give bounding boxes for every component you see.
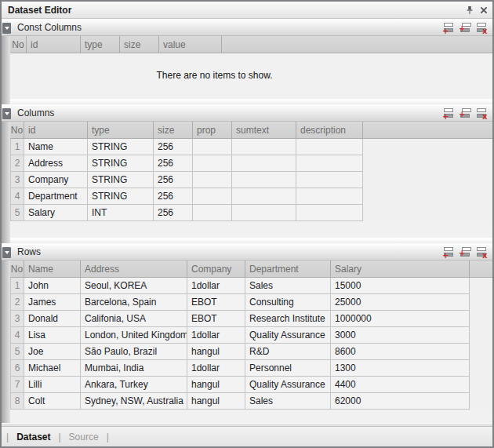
cell[interactable]: Sydney, NSW, Australia: [81, 393, 187, 410]
cell[interactable]: Sales: [245, 278, 331, 294]
cell[interactable]: [193, 188, 232, 205]
column-header-description[interactable]: description: [296, 122, 363, 138]
cell[interactable]: 8600: [331, 344, 470, 360]
cell[interactable]: [232, 172, 296, 188]
cell[interactable]: 1300: [331, 360, 470, 377]
cell[interactable]: [296, 172, 363, 188]
row-number[interactable]: 4: [10, 327, 24, 344]
cell[interactable]: [296, 139, 363, 155]
column-header-size[interactable]: size: [154, 122, 193, 138]
delete-row-button[interactable]: x: [475, 107, 487, 119]
cell[interactable]: Joe: [24, 344, 81, 360]
column-header-prop[interactable]: prop: [193, 122, 232, 138]
column-header-address[interactable]: Address: [81, 260, 187, 277]
cell[interactable]: hangul: [187, 377, 245, 393]
cell[interactable]: Michael: [24, 360, 81, 377]
cell[interactable]: London, United Kingdom: [81, 327, 187, 344]
cell[interactable]: 15000: [331, 278, 470, 294]
cell[interactable]: [296, 205, 363, 221]
cell[interactable]: [232, 188, 296, 205]
cell[interactable]: STRING: [88, 188, 154, 205]
cell[interactable]: Colt: [24, 393, 81, 410]
cell[interactable]: Seoul, KOREA: [81, 278, 187, 294]
cell[interactable]: [232, 139, 296, 155]
cell[interactable]: 1dollar: [187, 360, 245, 377]
cell[interactable]: Personnel: [245, 360, 331, 377]
cell[interactable]: [193, 205, 232, 221]
column-header-size[interactable]: size: [120, 36, 159, 53]
cell[interactable]: [193, 139, 232, 155]
cell[interactable]: EBOT: [187, 294, 245, 311]
cell[interactable]: 3000: [331, 327, 470, 344]
column-header-id[interactable]: id: [27, 36, 81, 53]
add-row-button[interactable]: +: [442, 22, 454, 34]
row-number[interactable]: 1: [10, 278, 24, 294]
column-header-id[interactable]: id: [24, 122, 88, 138]
cell[interactable]: 256: [154, 155, 193, 172]
column-header-no[interactable]: No: [10, 260, 24, 277]
add-row-button[interactable]: +: [442, 246, 454, 258]
column-header-no[interactable]: No: [10, 36, 27, 53]
cell[interactable]: hangul: [187, 344, 245, 360]
cell[interactable]: [296, 155, 363, 172]
cell[interactable]: Sales: [245, 393, 331, 410]
cell[interactable]: 1000000: [331, 311, 470, 327]
column-header-name[interactable]: Name: [24, 260, 81, 277]
insert-row-button[interactable]: +: [459, 22, 470, 34]
cell[interactable]: 256: [154, 188, 193, 205]
row-number[interactable]: 5: [10, 344, 24, 360]
delete-row-button[interactable]: x: [475, 246, 487, 258]
pin-icon[interactable]: [464, 5, 475, 16]
row-number[interactable]: 5: [10, 205, 24, 221]
cell[interactable]: [232, 205, 296, 221]
row-number[interactable]: 6: [10, 360, 24, 377]
delete-row-button[interactable]: x: [475, 22, 487, 34]
column-header-type[interactable]: type: [88, 122, 154, 138]
cell[interactable]: 1dollar: [187, 278, 245, 294]
cell[interactable]: 4400: [331, 377, 470, 393]
add-row-button[interactable]: +: [442, 107, 454, 119]
cell[interactable]: 256: [154, 205, 193, 221]
cell[interactable]: 62000: [331, 393, 470, 410]
cell[interactable]: STRING: [88, 155, 154, 172]
cell[interactable]: [232, 155, 296, 172]
cell[interactable]: Ankara, Turkey: [81, 377, 187, 393]
cell[interactable]: INT: [88, 205, 154, 221]
cell[interactable]: John: [24, 278, 81, 294]
row-number[interactable]: 1: [10, 139, 24, 155]
column-header-value[interactable]: value: [159, 36, 222, 53]
cell[interactable]: Name: [24, 139, 88, 155]
row-number[interactable]: 8: [10, 393, 24, 410]
cell[interactable]: STRING: [88, 139, 154, 155]
cell[interactable]: James: [24, 294, 81, 311]
tab-dataset[interactable]: Dataset: [9, 432, 57, 443]
cell[interactable]: Califonia, USA: [81, 311, 187, 327]
cell[interactable]: Quality Assurance: [245, 327, 331, 344]
cell[interactable]: Quality Assurance: [245, 377, 331, 393]
insert-row-button[interactable]: +: [459, 246, 470, 258]
tab-source[interactable]: Source: [62, 432, 106, 443]
cell[interactable]: Company: [24, 172, 88, 188]
cell[interactable]: Donald: [24, 311, 81, 327]
cell[interactable]: Research Institute: [245, 311, 331, 327]
cell[interactable]: Barcelona, Spain: [81, 294, 187, 311]
column-header-company[interactable]: Company: [187, 260, 245, 277]
cell[interactable]: [193, 172, 232, 188]
collapse-button[interactable]: [2, 108, 11, 119]
cell[interactable]: [296, 188, 363, 205]
column-header-department[interactable]: Department: [245, 260, 331, 277]
cell[interactable]: Department: [24, 188, 88, 205]
cell[interactable]: Mumbai, India: [81, 360, 187, 377]
cell[interactable]: Consulting: [245, 294, 331, 311]
insert-row-button[interactable]: +: [459, 107, 470, 119]
cell[interactable]: Lilli: [24, 377, 81, 393]
row-number[interactable]: 4: [10, 188, 24, 205]
column-header-sumtext[interactable]: sumtext: [232, 122, 296, 138]
cell[interactable]: Address: [24, 155, 88, 172]
cell[interactable]: 25000: [331, 294, 470, 311]
cell[interactable]: 256: [154, 139, 193, 155]
column-header-type[interactable]: type: [81, 36, 120, 53]
cell[interactable]: hangul: [187, 393, 245, 410]
cell[interactable]: 256: [154, 172, 193, 188]
row-number[interactable]: 3: [10, 172, 24, 188]
